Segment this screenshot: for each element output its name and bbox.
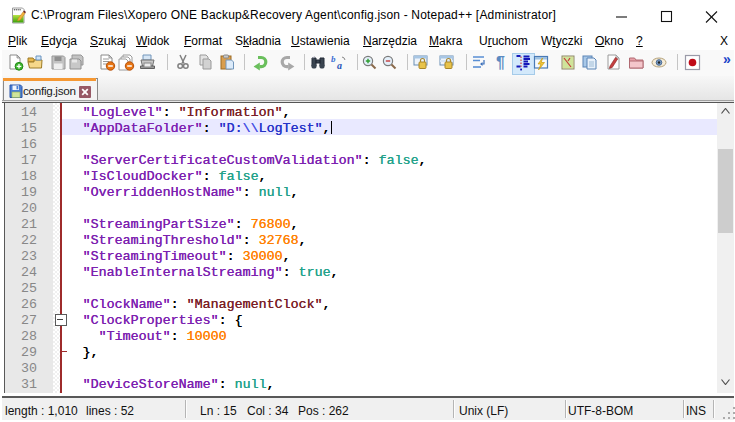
svg-text:¶: ¶	[496, 54, 505, 71]
svg-text:b: b	[331, 54, 336, 64]
svg-text:a: a	[337, 60, 342, 71]
